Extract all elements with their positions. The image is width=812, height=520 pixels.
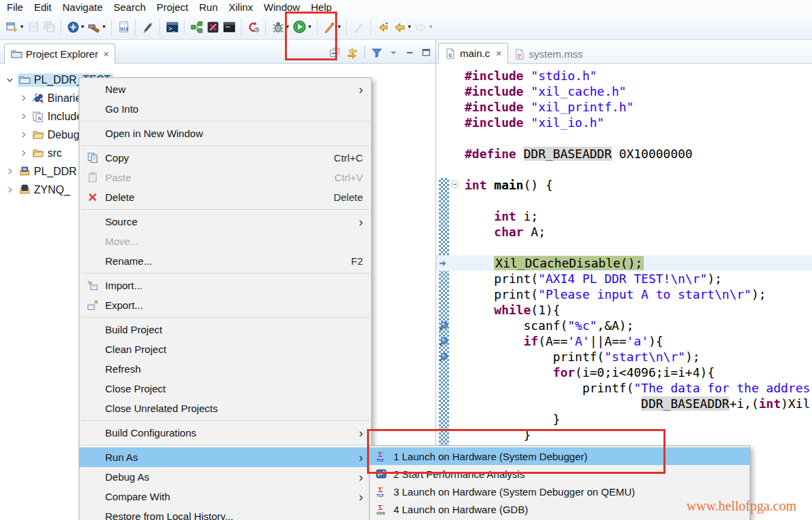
menu-separator (81, 273, 370, 274)
link-with-editor-button[interactable] (347, 47, 358, 58)
menu-item-copy[interactable]: CopyCtrl+C (79, 148, 371, 168)
menu-item-label: New (105, 83, 125, 95)
c-file-icon: c (445, 48, 456, 59)
menu-item-new[interactable]: New› (79, 79, 371, 99)
build-hammer-button[interactable]: ▾ (86, 19, 108, 35)
chip-platform-icon (19, 184, 31, 196)
code-line: #include "xil_io.h" (436, 115, 812, 130)
tree-item-content: PL_DDR (18, 165, 79, 179)
console-window-button[interactable]: >_ (164, 19, 180, 35)
menu-item-close-unrelated-projects[interactable]: Close Unrelated Projects (79, 398, 371, 418)
maximize-button[interactable] (421, 48, 431, 58)
menu-item-label: Run As (105, 451, 138, 463)
menu-item-restore-from-local-history[interactable]: Restore from Local History... (79, 506, 371, 520)
code-line: int main() { (436, 177, 812, 193)
minimize-button[interactable] (405, 48, 415, 58)
code-line: #define DDR_BASEADDR 0X10000000 (436, 146, 812, 162)
maximize-icon (421, 48, 431, 58)
toolbar-separator (364, 46, 365, 58)
back-button[interactable]: ▾ (391, 19, 413, 35)
fold-minus-icon[interactable] (450, 180, 459, 189)
menu-item-rename[interactable]: Rename...F2 (79, 251, 371, 271)
dropdown-caret-icon[interactable]: ▾ (408, 24, 411, 30)
chevron-right-icon[interactable] (4, 167, 16, 176)
chevron-right-icon[interactable] (18, 149, 29, 157)
close-icon[interactable]: × (496, 48, 501, 58)
dropdown-caret-icon[interactable]: ▾ (81, 24, 85, 30)
chevron-right-icon[interactable] (18, 94, 29, 103)
toolbar-separator (184, 20, 185, 35)
paste-icon (85, 172, 100, 183)
menu-item-label: Go Into (105, 103, 138, 115)
compass-button[interactable]: ▾ (65, 19, 87, 35)
menu-item-close-project[interactable]: Close Project (79, 379, 371, 398)
tab-main-c[interactable]: c main.c × (438, 43, 508, 64)
submenu-arrow-icon: › (359, 216, 363, 228)
menu-edit[interactable]: Edit (28, 1, 57, 13)
code-line: DDR_BASEADDR+i,(int)Xil (436, 396, 812, 411)
binary-file-button[interactable]: 010 (116, 19, 132, 35)
menu-item-debug-as[interactable]: Debug As› (79, 467, 371, 487)
project-context-menu: New›Go IntoOpen in New WindowCopyCtrl+CP… (79, 77, 372, 520)
code-line: Xil_DCacheDisable(); (436, 255, 812, 271)
forward-button: ▾ (413, 19, 435, 35)
last-edit-location-button[interactable] (375, 19, 391, 35)
gray-pen-button (351, 19, 367, 35)
xilinx-program-button[interactable] (205, 19, 221, 35)
tcf-debug-icon: ΣTCF (375, 486, 387, 497)
menu-item-export[interactable]: Export... (79, 295, 371, 315)
menu-item-clean-project[interactable]: Clean Project (79, 339, 371, 359)
menu-navigate[interactable]: Navigate (57, 1, 108, 13)
tab-system-mss[interactable]: system.mss (508, 44, 589, 64)
restart-button[interactable] (246, 19, 262, 35)
c-file-icon: c (445, 48, 456, 59)
pen-tool-button[interactable] (140, 19, 156, 35)
project-explorer-icon (11, 48, 22, 60)
menu-project[interactable]: Project (151, 1, 194, 13)
menu-item-go-into[interactable]: Go Into (79, 99, 371, 119)
svg-text:>_: >_ (168, 25, 176, 32)
code-line: int i; (436, 208, 812, 224)
menu-file[interactable]: File (1, 1, 28, 13)
submenu-item-label: 3 Launch on Hardware (System Debugger on… (393, 486, 635, 498)
dropdown-caret-icon[interactable]: ▾ (338, 24, 341, 30)
tab-project-explorer[interactable]: Project Explorer × (4, 43, 115, 64)
view-menu-button[interactable] (389, 48, 399, 58)
menu-item-open-in-new-window[interactable]: Open in New Window (79, 124, 371, 143)
chevron-down-icon[interactable] (4, 75, 16, 84)
code-line (436, 162, 812, 177)
menu-item-build-configurations[interactable]: Build Configurations› (79, 423, 371, 443)
dropdown-caret-icon[interactable]: ▾ (20, 24, 24, 30)
menu-item-source[interactable]: Source› (79, 212, 371, 231)
pen-tool-icon (142, 21, 154, 33)
menu-item-compare-with[interactable]: Compare With› (79, 487, 371, 506)
menu-item-build-project[interactable]: Build Project (79, 320, 371, 339)
console-window-icon: >_ (166, 21, 178, 33)
menu-item-run-as[interactable]: Run As› (79, 447, 371, 467)
menu-run[interactable]: Run (193, 1, 223, 13)
block-design-button[interactable] (189, 19, 205, 35)
tree-item-content: Debug (31, 128, 82, 142)
chevron-right-icon[interactable] (18, 112, 29, 121)
toolbar-separator (159, 20, 161, 35)
chevron-right-icon[interactable] (18, 130, 29, 139)
filter-button[interactable] (371, 47, 383, 58)
menu-item-label: Debug As (105, 471, 149, 483)
new-wizard-button[interactable]: ▾ (4, 19, 26, 35)
menu-xilinx[interactable]: Xilinx (223, 1, 258, 13)
close-icon[interactable]: × (104, 49, 109, 59)
menu-item-label: Close Project (105, 383, 166, 394)
menu-item-delete[interactable]: DeleteDelete (79, 187, 371, 207)
gray-pen-icon (353, 21, 365, 33)
menu-item-refresh[interactable]: Refresh (79, 359, 371, 379)
watermark: www.hellofpga.com (687, 498, 796, 514)
toolbar-separator (60, 20, 62, 35)
sdk-terminal-button[interactable] (221, 19, 237, 35)
copy-icon (85, 152, 100, 164)
menu-search[interactable]: Search (108, 1, 151, 13)
dropdown-caret-icon[interactable]: ▾ (102, 24, 106, 30)
menu-item-import[interactable]: Import... (79, 276, 371, 295)
sdk-terminal-icon (223, 21, 235, 33)
project-explorer-header: Project Explorer × (0, 40, 436, 64)
chevron-right-icon[interactable] (4, 185, 16, 194)
